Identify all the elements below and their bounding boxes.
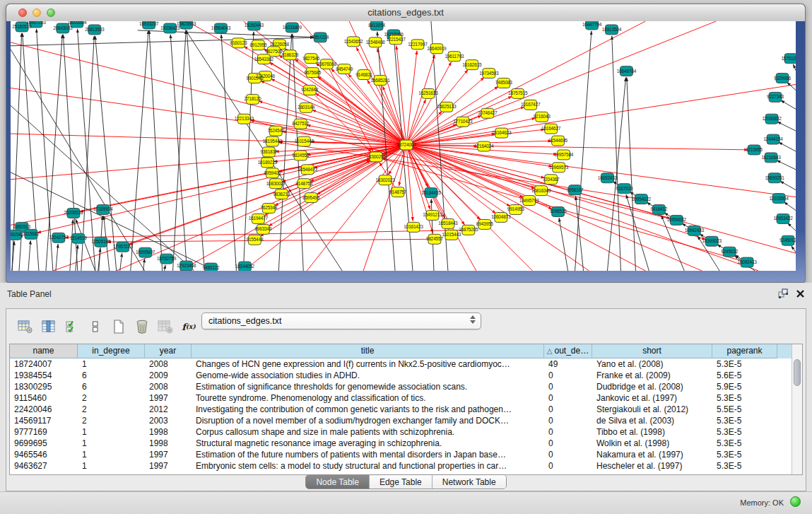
graph-node[interactable]: [535, 186, 548, 196]
graph-node[interactable]: [765, 153, 777, 163]
network-window-titlebar[interactable]: citations_edges.txt: [6, 4, 805, 22]
graph-node[interactable]: [379, 175, 392, 185]
graph-node[interactable]: [252, 214, 264, 223]
graph-node[interactable]: [495, 128, 508, 138]
graph-node[interactable]: [247, 21, 260, 30]
graph-node[interactable]: [748, 145, 760, 155]
graph-node[interactable]: [483, 69, 495, 78]
graph-node[interactable]: [301, 165, 314, 175]
column-header-pagerank[interactable]: pagerank: [712, 344, 777, 358]
graph-node[interactable]: [238, 262, 251, 271]
table-row[interactable]: 1830029562008Estimation of significance …: [10, 381, 802, 392]
graph-node[interactable]: [400, 140, 413, 150]
graph-node[interactable]: [777, 214, 789, 223]
table-selector-dropdown[interactable]: citations_edges.txt: [201, 313, 481, 329]
graph-node[interactable]: [286, 23, 298, 33]
graph-node[interactable]: [512, 88, 524, 98]
graph-node[interactable]: [320, 59, 333, 69]
graph-node[interactable]: [338, 64, 351, 74]
row-height-icon[interactable]: [86, 317, 105, 336]
graph-node[interactable]: [262, 147, 275, 157]
graph-node[interactable]: [269, 126, 282, 136]
graph-node[interactable]: [117, 242, 129, 252]
column-header-in_degree[interactable]: in_degree: [78, 344, 145, 358]
graph-node[interactable]: [741, 257, 753, 267]
graph-node[interactable]: [139, 247, 152, 257]
graph-node[interactable]: [430, 44, 443, 54]
graph-node[interactable]: [523, 196, 536, 206]
graph-node[interactable]: [305, 54, 317, 64]
graph-node[interactable]: [275, 189, 288, 199]
graph-node[interactable]: [767, 134, 779, 144]
graph-node[interactable]: [16, 22, 28, 32]
graph-node[interactable]: [160, 254, 173, 264]
select-columns-icon[interactable]: [63, 317, 81, 336]
graph-node[interactable]: [283, 50, 296, 60]
graph-node[interactable]: [536, 112, 548, 122]
graph-node[interactable]: [425, 188, 437, 198]
graph-node[interactable]: [262, 204, 275, 214]
tab-network-table[interactable]: Network Table: [432, 475, 506, 489]
graph-node[interactable]: [305, 193, 317, 203]
graph-node[interactable]: [392, 187, 404, 197]
graph-node[interactable]: [448, 52, 461, 62]
graph-node[interactable]: [300, 103, 312, 112]
table-mode-icon[interactable]: [16, 317, 35, 336]
graph-node[interactable]: [180, 261, 193, 271]
float-panel-icon[interactable]: [778, 288, 789, 301]
graph-node[interactable]: [462, 225, 475, 235]
graph-node[interactable]: [205, 263, 218, 271]
graph-node[interactable]: [347, 37, 360, 47]
graph-node[interactable]: [246, 94, 259, 104]
graph-node[interactable]: [440, 102, 453, 112]
graph-node[interactable]: [705, 236, 718, 246]
graph-node[interactable]: [428, 234, 441, 244]
graph-node[interactable]: [688, 226, 700, 235]
graph-node[interactable]: [601, 173, 613, 183]
tab-edge-table[interactable]: Edge Table: [369, 475, 432, 489]
graph-node[interactable]: [143, 21, 155, 29]
column-header-name[interactable]: name: [10, 344, 78, 358]
graph-node[interactable]: [586, 21, 599, 30]
graph-node[interactable]: [257, 224, 269, 234]
graph-node[interactable]: [545, 124, 558, 134]
column-header-year[interactable]: year: [145, 344, 192, 358]
graph-node[interactable]: [358, 70, 370, 80]
graph-node[interactable]: [772, 194, 785, 204]
graph-node[interactable]: [524, 100, 537, 110]
graph-node[interactable]: [294, 119, 307, 129]
graph-node[interactable]: [552, 136, 565, 146]
table-row[interactable]: 946362711997Embryonic stem cells: a mode…: [10, 460, 802, 472]
graph-node[interactable]: [558, 150, 570, 160]
table-row[interactable]: 969969511998Structural magnetic resonanc…: [10, 438, 802, 449]
graph-node[interactable]: [442, 218, 454, 228]
graph-node[interactable]: [481, 108, 494, 118]
show-columns-icon[interactable]: [40, 317, 58, 336]
table-row[interactable]: 946554611997Estimation of the future num…: [10, 449, 802, 460]
graph-node[interactable]: [478, 141, 490, 151]
graph-node[interactable]: [252, 40, 264, 50]
graph-node[interactable]: [72, 233, 85, 243]
graph-node[interactable]: [88, 25, 101, 35]
graph-node[interactable]: [232, 38, 245, 48]
graph-node[interactable]: [670, 215, 683, 225]
graph-node[interactable]: [422, 88, 435, 98]
graph-node[interactable]: [510, 205, 522, 215]
graph-node[interactable]: [57, 23, 69, 33]
graph-node[interactable]: [298, 136, 310, 146]
function-builder-icon[interactable]: f(x): [180, 317, 198, 336]
graph-node[interactable]: [369, 37, 382, 47]
graph-node[interactable]: [164, 23, 177, 33]
graph-node[interactable]: [180, 21, 193, 29]
graph-node[interactable]: [407, 222, 420, 232]
graph-node[interactable]: [776, 74, 789, 83]
graph-node[interactable]: [495, 212, 507, 222]
graph-node[interactable]: [635, 194, 647, 204]
graph-node[interactable]: [214, 23, 227, 33]
graph-node[interactable]: [257, 54, 270, 64]
graph-node[interactable]: [303, 85, 316, 95]
graph-node[interactable]: [769, 92, 782, 102]
graph-node[interactable]: [269, 179, 282, 189]
table-row[interactable]: 911546021997Tourette syndrome. Phenomeno…: [10, 392, 802, 404]
graph-node[interactable]: [248, 74, 261, 83]
